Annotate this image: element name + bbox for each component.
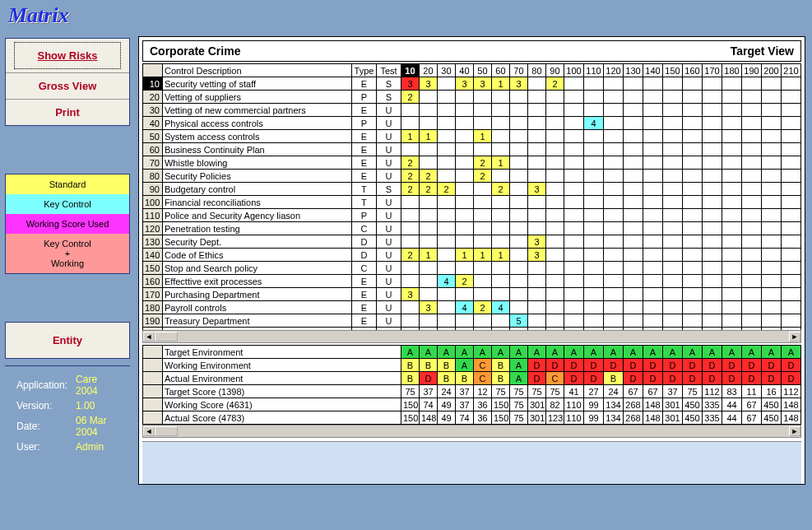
matrix-cell[interactable]	[545, 222, 564, 235]
matrix-cell[interactable]	[702, 143, 722, 156]
matrix-cell[interactable]: 1	[473, 130, 491, 143]
matrix-cell[interactable]	[564, 77, 583, 91]
matrix-cell[interactable]	[662, 156, 682, 170]
matrix-cell[interactable]	[419, 262, 437, 275]
col-header-num[interactable]: 110	[583, 64, 603, 77]
matrix-cell[interactable]	[527, 91, 545, 104]
matrix-cell[interactable]	[643, 156, 662, 170]
matrix-cell[interactable]	[781, 104, 800, 117]
matrix-cell[interactable]	[419, 235, 437, 249]
row-desc[interactable]: Stop and Search policy	[162, 262, 351, 275]
table-row[interactable]: 140Code of EthicsDU211113	[142, 249, 800, 262]
row-desc[interactable]: Security vetting of staff	[162, 77, 351, 91]
matrix-cell[interactable]	[509, 156, 527, 170]
col-header-num[interactable]: 80	[527, 64, 545, 77]
matrix-cell[interactable]	[527, 104, 545, 117]
matrix-cell[interactable]	[741, 235, 761, 249]
matrix-cell[interactable]	[682, 143, 702, 156]
matrix-cell[interactable]	[437, 222, 455, 235]
matrix-cell[interactable]	[545, 288, 564, 301]
matrix-cell[interactable]	[662, 170, 682, 183]
matrix-cell[interactable]	[545, 156, 564, 170]
col-header-num[interactable]: 10	[401, 64, 419, 77]
matrix-cell[interactable]	[437, 91, 455, 104]
col-header-num[interactable]: 120	[603, 64, 623, 77]
col-header-num[interactable]: 30	[437, 64, 455, 77]
matrix-cell[interactable]	[437, 130, 455, 143]
matrix-cell[interactable]	[722, 262, 741, 275]
scroll-right-icon[interactable]: ►	[789, 426, 800, 436]
matrix-cell[interactable]	[545, 117, 564, 130]
matrix-cell[interactable]	[419, 196, 437, 209]
matrix-cell[interactable]	[545, 249, 564, 262]
matrix-cell[interactable]	[781, 77, 800, 91]
matrix-cell[interactable]	[401, 143, 419, 156]
matrix-cell[interactable]	[491, 314, 509, 328]
matrix-cell[interactable]	[741, 170, 761, 183]
matrix-cell[interactable]	[741, 143, 761, 156]
table-row[interactable]: 10Security vetting of staffES3333132	[142, 77, 800, 91]
matrix-cell[interactable]	[761, 275, 781, 288]
row-number[interactable]: 30	[142, 104, 162, 117]
matrix-cell[interactable]	[527, 196, 545, 209]
matrix-cell[interactable]	[682, 222, 702, 235]
row-desc[interactable]: System access controls	[162, 130, 351, 143]
matrix-cell[interactable]	[603, 91, 623, 104]
matrix-cell[interactable]: 3	[455, 77, 473, 91]
table-row[interactable]: 70Whistle blowingEU221	[142, 156, 800, 170]
matrix-cell[interactable]	[741, 275, 761, 288]
matrix-cell[interactable]	[643, 288, 662, 301]
matrix-cell[interactable]: 3	[473, 77, 491, 91]
entity-button[interactable]: Entity	[6, 323, 129, 358]
matrix-cell[interactable]	[583, 77, 603, 91]
matrix-cell[interactable]	[702, 249, 722, 262]
matrix-cell[interactable]	[643, 143, 662, 156]
matrix-cell[interactable]: 3	[527, 183, 545, 196]
matrix-cell[interactable]	[643, 235, 662, 249]
matrix-cell[interactable]	[583, 104, 603, 117]
matrix-cell[interactable]	[419, 288, 437, 301]
row-number[interactable]: 70	[142, 156, 162, 170]
matrix-cell[interactable]	[603, 249, 623, 262]
matrix-cell[interactable]	[564, 288, 583, 301]
matrix-cell[interactable]	[527, 301, 545, 314]
matrix-cell[interactable]	[643, 249, 662, 262]
matrix-cell[interactable]	[761, 77, 781, 91]
row-number[interactable]: 20	[142, 91, 162, 104]
matrix-cell[interactable]	[682, 209, 702, 222]
matrix-cell[interactable]	[761, 170, 781, 183]
matrix-cell[interactable]	[437, 117, 455, 130]
row-desc[interactable]: Police and Security Agency liason	[162, 209, 351, 222]
matrix-cell[interactable]	[564, 262, 583, 275]
table-row[interactable]: 180Payroll controlsEU3424	[142, 301, 800, 314]
matrix-cell[interactable]	[491, 196, 509, 209]
row-number[interactable]: 50	[142, 130, 162, 143]
matrix-cell[interactable]	[702, 104, 722, 117]
matrix-cell[interactable]	[509, 235, 527, 249]
matrix-cell[interactable]: 2	[473, 301, 491, 314]
matrix-cell[interactable]: 5	[509, 314, 527, 328]
matrix-cell[interactable]	[662, 235, 682, 249]
matrix-cell[interactable]	[761, 222, 781, 235]
matrix-cell[interactable]	[781, 117, 800, 130]
matrix-cell[interactable]	[473, 275, 491, 288]
row-desc[interactable]: Treasury Department	[162, 314, 351, 328]
matrix-cell[interactable]	[603, 77, 623, 91]
matrix-cell[interactable]	[781, 130, 800, 143]
row-number[interactable]: 180	[142, 301, 162, 314]
matrix-cell[interactable]: 3	[509, 77, 527, 91]
matrix-cell[interactable]	[741, 130, 761, 143]
matrix-cell[interactable]	[509, 249, 527, 262]
matrix-cell[interactable]	[781, 156, 800, 170]
col-header-num[interactable]: 130	[623, 64, 643, 77]
scroll-thumb[interactable]	[155, 426, 178, 436]
summary-grid[interactable]: Target EnvironmentAAAAAAAAAAAAAAAAAAAAAW…	[142, 345, 801, 425]
matrix-cell[interactable]	[702, 77, 722, 91]
matrix-cell[interactable]	[741, 156, 761, 170]
matrix-cell[interactable]	[564, 117, 583, 130]
matrix-cell[interactable]	[564, 170, 583, 183]
matrix-cell[interactable]	[491, 170, 509, 183]
matrix-cell[interactable]	[623, 301, 643, 314]
matrix-cell[interactable]	[437, 170, 455, 183]
matrix-cell[interactable]	[419, 222, 437, 235]
